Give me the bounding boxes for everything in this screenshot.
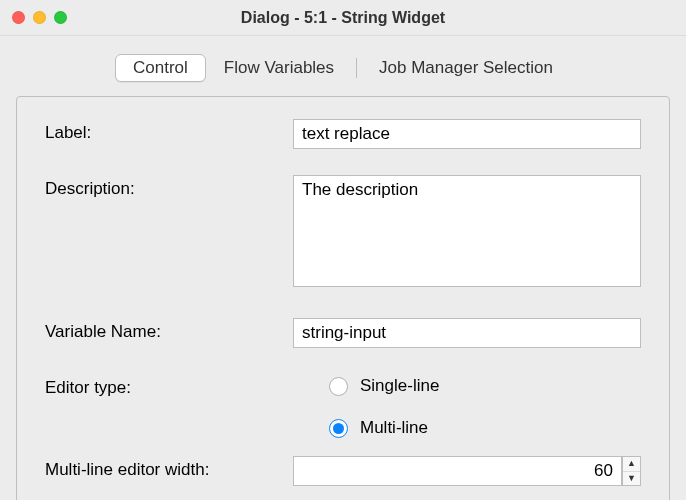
tab-control[interactable]: Control [115, 54, 206, 82]
minimize-icon[interactable] [33, 11, 46, 24]
control-panel: Label: Description: Variable Name: Edito… [16, 96, 670, 500]
tab-flow-variables[interactable]: Flow Variables [206, 54, 352, 82]
width-caption: Multi-line editor width: [45, 456, 293, 480]
label-input[interactable] [293, 119, 641, 149]
variable-name-caption: Variable Name: [45, 318, 293, 342]
width-stepper: ▲ ▼ [622, 456, 641, 486]
width-input[interactable] [293, 456, 622, 486]
tab-separator [356, 58, 357, 78]
radio-single-line[interactable]: Single-line [329, 376, 641, 396]
zoom-icon[interactable] [54, 11, 67, 24]
tab-job-manager[interactable]: Job Manager Selection [361, 54, 571, 82]
editor-type-group: Single-line Multi-line [293, 374, 641, 438]
radio-label: Single-line [360, 376, 439, 396]
width-spinner: ▲ ▼ [293, 456, 641, 486]
radio-icon [329, 419, 348, 438]
close-icon[interactable] [12, 11, 25, 24]
radio-multi-line[interactable]: Multi-line [329, 418, 641, 438]
stepper-down-icon[interactable]: ▼ [623, 472, 640, 486]
description-input[interactable] [293, 175, 641, 287]
label-caption: Label: [45, 119, 293, 143]
stepper-up-icon[interactable]: ▲ [623, 457, 640, 472]
editor-type-caption: Editor type: [45, 374, 293, 398]
radio-label: Multi-line [360, 418, 428, 438]
variable-name-input[interactable] [293, 318, 641, 348]
window-controls [12, 11, 67, 24]
titlebar: Dialog - 5:1 - String Widget [0, 0, 686, 36]
window-title: Dialog - 5:1 - String Widget [0, 9, 686, 27]
radio-icon [329, 377, 348, 396]
tabbar: Control Flow Variables Job Manager Selec… [0, 36, 686, 96]
description-caption: Description: [45, 175, 293, 199]
